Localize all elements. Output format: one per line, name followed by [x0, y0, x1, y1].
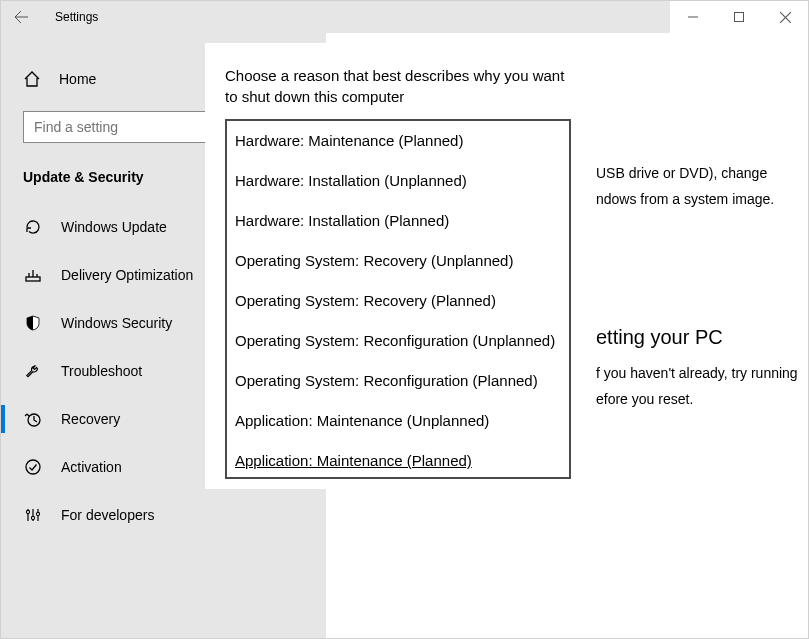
nav-item-label: Windows Update	[61, 219, 167, 235]
nav-item-label: Activation	[61, 459, 122, 475]
content-text: USB drive or DVD), change	[596, 163, 808, 183]
maximize-icon	[734, 12, 744, 22]
shutdown-reason-option[interactable]: Operating System: Reconfiguration (Unpla…	[227, 321, 569, 361]
arrow-left-icon	[13, 9, 29, 25]
refresh-icon	[23, 217, 43, 237]
nav-item-for-developers[interactable]: For developers	[1, 491, 326, 539]
section-title: etting your PC	[596, 326, 808, 349]
window-title: Settings	[55, 10, 98, 24]
nav-item-label: Windows Security	[61, 315, 172, 331]
clock-icon	[23, 409, 43, 429]
wrench-icon	[23, 361, 43, 381]
shutdown-reason-option[interactable]: Application: Maintenance (Unplanned)	[227, 401, 569, 441]
minimize-icon	[688, 12, 698, 22]
check-circle-icon	[23, 457, 43, 477]
shutdown-reason-option[interactable]: Hardware: Installation (Unplanned)	[227, 161, 569, 201]
shutdown-reason-option[interactable]: Operating System: Reconfiguration (Plann…	[227, 361, 569, 401]
maximize-button[interactable]	[716, 1, 762, 33]
content-text: ndows from a system image.	[596, 189, 808, 209]
shutdown-reason-option[interactable]: Operating System: Recovery (Planned)	[227, 281, 569, 321]
window-controls	[670, 1, 808, 33]
shutdown-reason-option[interactable]: Operating System: Recovery (Unplanned)	[227, 241, 569, 281]
home-label: Home	[59, 71, 96, 87]
nav-item-label: Troubleshoot	[61, 363, 142, 379]
close-button[interactable]	[762, 1, 808, 33]
svg-rect-2	[26, 277, 40, 281]
sliders-icon	[23, 505, 43, 525]
nav-item-label: Delivery Optimization	[61, 267, 193, 283]
svg-point-4	[26, 460, 40, 474]
dialog-prompt: Choose a reason that best describes why …	[225, 65, 575, 107]
content-text: efore you reset.	[596, 389, 808, 409]
shutdown-reason-option[interactable]: Hardware: Installation (Planned)	[227, 201, 569, 241]
minimize-button[interactable]	[670, 1, 716, 33]
content-text: f you haven't already, try running	[596, 363, 808, 383]
nav-item-label: For developers	[61, 507, 154, 523]
shutdown-reason-dialog: Choose a reason that best describes why …	[205, 43, 595, 489]
svg-point-6	[31, 516, 34, 519]
close-icon	[780, 12, 791, 23]
shutdown-reason-list[interactable]: Hardware: Maintenance (Planned)Hardware:…	[225, 119, 571, 479]
title-bar: Settings	[1, 1, 808, 33]
nav-item-label: Recovery	[61, 411, 120, 427]
svg-point-5	[26, 510, 29, 513]
shield-icon	[23, 313, 43, 333]
home-icon	[23, 70, 41, 88]
shutdown-reason-option[interactable]: Hardware: Maintenance (Planned)	[227, 121, 569, 161]
back-button[interactable]	[1, 1, 41, 33]
delivery-icon	[23, 265, 43, 285]
shutdown-reason-option[interactable]: Application: Maintenance (Planned)	[227, 441, 569, 479]
svg-rect-0	[735, 13, 744, 22]
svg-point-7	[36, 512, 39, 515]
